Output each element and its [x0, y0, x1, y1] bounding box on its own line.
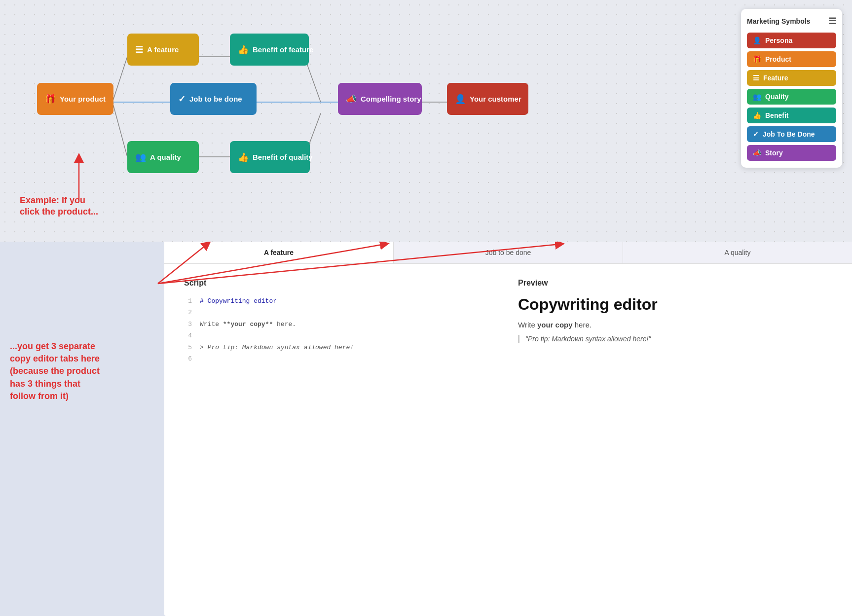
code-line-4: 4	[184, 330, 498, 341]
story-icon-1: 📣	[346, 94, 357, 105]
top-annotation: Example: If you click the product...	[20, 195, 98, 218]
preview-title: Preview	[518, 279, 832, 288]
code-line-1: 1 # Copywriting editor	[184, 295, 498, 307]
job-icon-2: ✓	[753, 130, 759, 138]
preview-area: Preview Copywriting editor Write your co…	[498, 279, 832, 446]
script-title: Script	[184, 279, 498, 288]
story-icon-2: 📣	[753, 149, 761, 157]
editor-content: Script 1 # Copywriting editor 2 3 Write …	[164, 264, 852, 461]
marketing-symbols-panel: Marketing Symbols ☰ 👤 Persona 🎁 Product …	[741, 9, 842, 168]
tab-job-to-be-done[interactable]: Job to be done	[394, 242, 623, 263]
code-block[interactable]: 1 # Copywriting editor 2 3 Write **your …	[184, 295, 498, 364]
quality-icon-2: 👥	[753, 93, 761, 101]
code-line-6: 6	[184, 353, 498, 364]
symbol-btn-persona[interactable]: 👤 Persona	[747, 33, 836, 48]
benefit-icon-1: 👍	[238, 44, 249, 55]
preview-paragraph: Write your copy here.	[518, 321, 832, 329]
symbol-btn-product[interactable]: 🎁 Product	[747, 51, 836, 67]
tabs-bar: A feature Job to be done A quality	[164, 242, 852, 264]
code-line-5: 5 > Pro tip: Markdown syntax allowed her…	[184, 342, 498, 353]
node-a-quality[interactable]: 👥 A quality	[127, 141, 199, 173]
benefit-icon-2: 👍	[238, 152, 249, 163]
bottom-section: ...you get 3 separate copy editor tabs h…	[0, 242, 852, 616]
job-icon: ✓	[178, 94, 185, 105]
hamburger-menu[interactable]: ☰	[828, 16, 836, 27]
preview-blockquote: "Pro tip: Markdown syntax allowed here!"	[518, 335, 832, 343]
quality-icon: 👥	[135, 152, 146, 163]
svg-line-0	[112, 57, 127, 102]
symbol-btn-feature[interactable]: ☰ Feature	[747, 70, 836, 86]
panel-title: Marketing Symbols	[747, 17, 810, 25]
symbol-btn-quality[interactable]: 👥 Quality	[747, 89, 836, 105]
feature-icon-2: ☰	[753, 74, 759, 82]
node-your-product[interactable]: 🎁 Your product	[37, 83, 113, 115]
code-line-2: 2	[184, 307, 498, 318]
svg-line-6	[112, 102, 127, 157]
persona-icon: 👤	[753, 36, 761, 44]
script-area: Script 1 # Copywriting editor 2 3 Write …	[184, 279, 498, 446]
symbol-btn-job[interactable]: ✓ Job To Be Done	[747, 126, 836, 142]
editor-area: A feature Job to be done A quality Scrip…	[164, 242, 852, 616]
tab-a-feature[interactable]: A feature	[164, 242, 394, 263]
customer-icon: 👤	[455, 94, 466, 105]
tab-a-quality[interactable]: A quality	[623, 242, 852, 263]
preview-heading: Copywriting editor	[518, 295, 832, 314]
bottom-annotation: ...you get 3 separate copy editor tabs h…	[10, 340, 153, 402]
code-line-3: 3 Write **your copy** here.	[184, 319, 498, 330]
symbol-btn-story[interactable]: 📣 Story	[747, 145, 836, 161]
node-benefit-of-quality[interactable]: 👍 Benefit of quality	[230, 141, 310, 173]
node-benefit-of-feature[interactable]: 👍 Benefit of feature	[230, 34, 309, 66]
node-a-feature[interactable]: ☰ A feature	[127, 34, 199, 66]
node-job-to-be-done[interactable]: ✓ Job to be done	[170, 83, 257, 115]
node-compelling-story[interactable]: 📣 Compelling story	[338, 83, 422, 115]
feature-icon-1: ☰	[135, 44, 143, 55]
benefit-icon-3: 👍	[753, 111, 761, 119]
product-icon-2: 🎁	[753, 55, 761, 63]
symbol-btn-benefit[interactable]: 👍 Benefit	[747, 108, 836, 123]
diagram-area: 🎁 Your product ☰ A feature 👍 Benefit of …	[0, 0, 852, 242]
product-icon: 🎁	[45, 94, 56, 105]
node-your-customer[interactable]: 👤 Your customer	[447, 83, 528, 115]
